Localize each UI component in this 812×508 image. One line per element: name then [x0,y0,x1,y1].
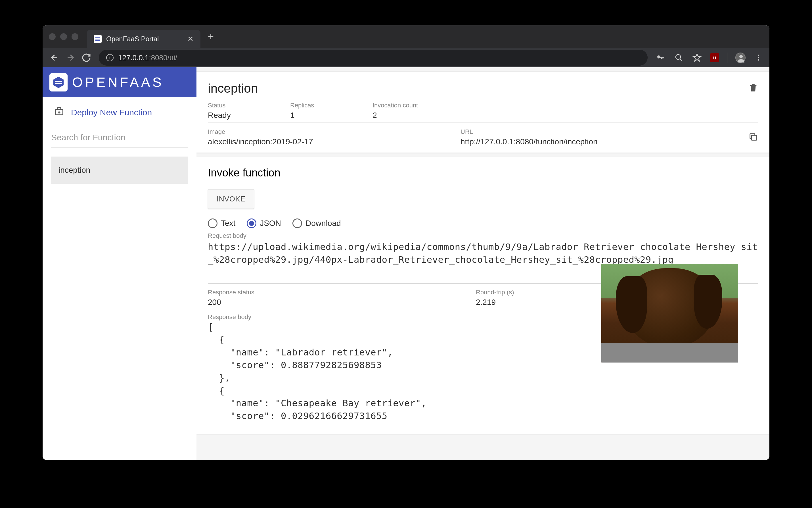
radio-circle-icon [292,218,302,228]
svg-point-2 [758,55,760,56]
invoke-card: Invoke function INVOKE Text JSON Downloa… [196,157,769,434]
key-icon[interactable] [656,52,666,63]
address-bar[interactable]: i 127.0.0.1:8080/ui/ [99,50,648,66]
ublock-icon[interactable]: u [710,53,719,62]
delete-button[interactable] [749,83,758,94]
invocation-value: 2 [373,111,758,120]
radio-circle-active-icon [247,218,256,228]
svg-point-1 [739,55,743,58]
invoke-button[interactable]: INVOKE [208,189,254,209]
url-text: 127.0.0.1:8080/ui/ [118,53,177,62]
traffic-minimize[interactable] [60,33,67,40]
reload-button[interactable] [80,51,93,64]
deploy-label: Deploy New Function [71,108,152,117]
status-label: Status [208,102,290,109]
response-status-value: 200 [208,298,470,307]
svg-point-4 [758,59,760,61]
radio-download-label: Download [305,219,341,228]
image-label: Image [208,128,461,135]
replicas-label: Replicas [290,102,373,109]
main-content: inception Status Ready Replicas 1 [196,67,769,460]
url-label: URL [461,128,758,135]
url-value: http://127.0.0.1:8080/function/inception [461,137,758,146]
invocation-label: Invocation count [373,102,758,109]
deploy-new-function-button[interactable]: Deploy New Function [43,97,196,128]
radio-text[interactable]: Text [208,218,235,228]
radio-download[interactable]: Download [292,218,341,228]
new-tab-button[interactable]: + [208,31,214,43]
function-list-item-inception[interactable]: inception [51,157,188,184]
profile-avatar[interactable] [735,52,746,63]
response-status-label: Response status [208,289,470,296]
zoom-icon[interactable] [674,52,684,63]
logo-text: OPENFAAS [72,75,164,90]
preview-image [601,264,738,363]
traffic-maximize[interactable] [71,33,78,40]
radio-text-label: Text [221,219,235,228]
tab-favicon-icon [94,35,102,43]
request-body-value[interactable]: https://upload.wikimedia.org/wikipedia/c… [208,241,758,266]
tab-close-icon[interactable]: ✕ [187,35,194,43]
logo-bar: OPENFAAS [43,67,196,97]
openfaas-logo-icon [49,73,67,91]
function-name-title: inception [208,81,258,95]
radio-json[interactable]: JSON [247,218,281,228]
browser-tab[interactable]: OpenFaaS Portal ✕ [87,30,200,48]
svg-point-0 [676,54,681,60]
svg-point-3 [758,57,760,58]
invoke-title: Invoke function [208,167,758,179]
request-body-label: Request body [208,232,758,240]
svg-rect-6 [752,135,756,140]
traffic-close[interactable] [49,33,56,40]
window-titlebar: OpenFaaS Portal ✕ + [43,25,769,48]
forward-button[interactable] [64,51,77,64]
status-value: Ready [208,111,290,120]
sidebar: OPENFAAS Deploy New Function inception [43,67,196,460]
image-value: alexellis/inception:2019-02-17 [208,137,461,146]
browser-toolbar: i 127.0.0.1:8080/ui/ u [43,48,769,67]
menu-icon[interactable] [754,52,764,63]
site-info-icon[interactable]: i [106,54,113,61]
back-button[interactable] [48,51,61,64]
copy-url-button[interactable] [749,132,758,143]
tab-title: OpenFaaS Portal [106,35,183,43]
radio-json-label: JSON [260,219,281,228]
function-header-card: inception Status Ready Replicas 1 [196,71,769,153]
bookmark-star-icon[interactable] [692,52,702,63]
radio-circle-icon [208,218,218,228]
replicas-value: 1 [290,111,373,120]
search-function-input[interactable] [51,128,188,148]
briefcase-plus-icon [54,106,64,119]
